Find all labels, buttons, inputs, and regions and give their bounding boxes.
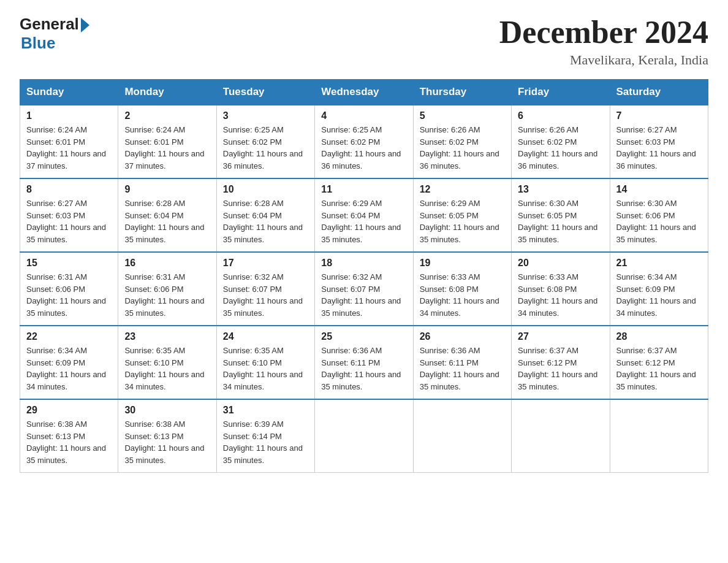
day-number: 28 xyxy=(616,331,702,342)
calendar-header-thursday: Thursday xyxy=(413,80,511,105)
calendar-header-sunday: Sunday xyxy=(20,80,118,105)
day-info: Sunrise: 6:26 AMSunset: 6:02 PMDaylight:… xyxy=(420,124,505,172)
calendar-header-monday: Monday xyxy=(118,80,216,105)
day-info: Sunrise: 6:28 AMSunset: 6:04 PMDaylight:… xyxy=(124,197,210,245)
calendar-cell: 9Sunrise: 6:28 AMSunset: 6:04 PMDaylight… xyxy=(118,178,216,252)
calendar-cell: 23Sunrise: 6:35 AMSunset: 6:10 PMDayligh… xyxy=(118,326,216,399)
calendar-cell: 17Sunrise: 6:32 AMSunset: 6:07 PMDayligh… xyxy=(216,252,314,326)
day-info: Sunrise: 6:29 AMSunset: 6:05 PMDaylight:… xyxy=(420,197,505,245)
calendar-week-row: 1Sunrise: 6:24 AMSunset: 6:01 PMDaylight… xyxy=(20,105,708,178)
day-number: 23 xyxy=(124,331,210,342)
calendar-header-wednesday: Wednesday xyxy=(315,80,413,105)
calendar-cell: 26Sunrise: 6:36 AMSunset: 6:11 PMDayligh… xyxy=(413,326,511,399)
day-info: Sunrise: 6:31 AMSunset: 6:06 PMDaylight:… xyxy=(124,271,210,319)
day-number: 1 xyxy=(26,110,112,121)
day-info: Sunrise: 6:34 AMSunset: 6:09 PMDaylight:… xyxy=(26,345,112,393)
calendar-cell xyxy=(512,399,610,473)
calendar-week-row: 22Sunrise: 6:34 AMSunset: 6:09 PMDayligh… xyxy=(20,326,708,399)
day-info: Sunrise: 6:26 AMSunset: 6:02 PMDaylight:… xyxy=(518,124,603,172)
day-info: Sunrise: 6:30 AMSunset: 6:05 PMDaylight:… xyxy=(518,197,603,245)
calendar-cell: 22Sunrise: 6:34 AMSunset: 6:09 PMDayligh… xyxy=(20,326,118,399)
calendar-cell: 5Sunrise: 6:26 AMSunset: 6:02 PMDaylight… xyxy=(413,105,511,178)
day-number: 25 xyxy=(321,331,406,342)
day-info: Sunrise: 6:36 AMSunset: 6:11 PMDaylight:… xyxy=(420,345,505,393)
calendar-cell: 2Sunrise: 6:24 AMSunset: 6:01 PMDaylight… xyxy=(118,105,216,178)
day-info: Sunrise: 6:29 AMSunset: 6:04 PMDaylight:… xyxy=(321,197,406,245)
day-number: 4 xyxy=(321,110,406,121)
day-number: 17 xyxy=(223,258,308,269)
day-info: Sunrise: 6:35 AMSunset: 6:10 PMDaylight:… xyxy=(124,345,210,393)
day-info: Sunrise: 6:33 AMSunset: 6:08 PMDaylight:… xyxy=(518,271,603,319)
calendar-cell: 16Sunrise: 6:31 AMSunset: 6:06 PMDayligh… xyxy=(118,252,216,326)
day-number: 21 xyxy=(616,258,702,269)
day-info: Sunrise: 6:32 AMSunset: 6:07 PMDaylight:… xyxy=(223,271,308,319)
page-title: December 2024 xyxy=(499,15,708,50)
calendar-cell xyxy=(315,399,413,473)
day-number: 2 xyxy=(124,110,210,121)
calendar-cell: 12Sunrise: 6:29 AMSunset: 6:05 PMDayligh… xyxy=(413,178,511,252)
calendar-cell xyxy=(610,399,708,473)
calendar-cell: 14Sunrise: 6:30 AMSunset: 6:06 PMDayligh… xyxy=(610,178,708,252)
calendar-cell xyxy=(413,399,511,473)
calendar-cell: 19Sunrise: 6:33 AMSunset: 6:08 PMDayligh… xyxy=(413,252,511,326)
day-number: 16 xyxy=(124,258,210,269)
day-number: 24 xyxy=(223,331,308,342)
calendar-cell: 8Sunrise: 6:27 AMSunset: 6:03 PMDaylight… xyxy=(20,178,118,252)
calendar-cell: 25Sunrise: 6:36 AMSunset: 6:11 PMDayligh… xyxy=(315,326,413,399)
day-number: 6 xyxy=(518,110,603,121)
calendar-cell: 30Sunrise: 6:38 AMSunset: 6:13 PMDayligh… xyxy=(118,399,216,473)
calendar-cell: 13Sunrise: 6:30 AMSunset: 6:05 PMDayligh… xyxy=(512,178,610,252)
day-number: 26 xyxy=(420,331,505,342)
calendar-cell: 15Sunrise: 6:31 AMSunset: 6:06 PMDayligh… xyxy=(20,252,118,326)
day-number: 30 xyxy=(124,405,210,416)
title-block: December 2024 Mavelikara, Kerala, India xyxy=(499,15,708,68)
day-info: Sunrise: 6:38 AMSunset: 6:13 PMDaylight:… xyxy=(124,418,210,466)
day-number: 3 xyxy=(223,110,308,121)
calendar-header-tuesday: Tuesday xyxy=(216,80,314,105)
calendar-header-row: SundayMondayTuesdayWednesdayThursdayFrid… xyxy=(20,80,708,105)
day-number: 9 xyxy=(124,184,210,195)
day-info: Sunrise: 6:27 AMSunset: 6:03 PMDaylight:… xyxy=(616,124,702,172)
day-info: Sunrise: 6:36 AMSunset: 6:11 PMDaylight:… xyxy=(321,345,406,393)
page-subtitle: Mavelikara, Kerala, India xyxy=(499,52,708,68)
calendar-table: SundayMondayTuesdayWednesdayThursdayFrid… xyxy=(20,79,708,473)
calendar-cell: 28Sunrise: 6:37 AMSunset: 6:12 PMDayligh… xyxy=(610,326,708,399)
calendar-cell: 31Sunrise: 6:39 AMSunset: 6:14 PMDayligh… xyxy=(216,399,314,473)
day-info: Sunrise: 6:27 AMSunset: 6:03 PMDaylight:… xyxy=(26,197,112,245)
logo-arrow-icon xyxy=(81,18,89,33)
day-info: Sunrise: 6:38 AMSunset: 6:13 PMDaylight:… xyxy=(26,418,112,466)
day-info: Sunrise: 6:30 AMSunset: 6:06 PMDaylight:… xyxy=(616,197,702,245)
day-number: 31 xyxy=(223,405,308,416)
calendar-cell: 24Sunrise: 6:35 AMSunset: 6:10 PMDayligh… xyxy=(216,326,314,399)
day-number: 29 xyxy=(26,405,112,416)
calendar-week-row: 29Sunrise: 6:38 AMSunset: 6:13 PMDayligh… xyxy=(20,399,708,473)
day-info: Sunrise: 6:25 AMSunset: 6:02 PMDaylight:… xyxy=(223,124,308,172)
calendar-cell: 4Sunrise: 6:25 AMSunset: 6:02 PMDaylight… xyxy=(315,105,413,178)
calendar-cell: 21Sunrise: 6:34 AMSunset: 6:09 PMDayligh… xyxy=(610,252,708,326)
day-info: Sunrise: 6:24 AMSunset: 6:01 PMDaylight:… xyxy=(26,124,112,172)
day-number: 8 xyxy=(26,184,112,195)
calendar-cell: 3Sunrise: 6:25 AMSunset: 6:02 PMDaylight… xyxy=(216,105,314,178)
calendar-cell: 7Sunrise: 6:27 AMSunset: 6:03 PMDaylight… xyxy=(610,105,708,178)
day-info: Sunrise: 6:39 AMSunset: 6:14 PMDaylight:… xyxy=(223,418,308,466)
day-number: 27 xyxy=(518,331,603,342)
page-header: General Blue December 2024 Mavelikara, K… xyxy=(20,15,708,68)
day-info: Sunrise: 6:32 AMSunset: 6:07 PMDaylight:… xyxy=(321,271,406,319)
calendar-week-row: 15Sunrise: 6:31 AMSunset: 6:06 PMDayligh… xyxy=(20,252,708,326)
day-info: Sunrise: 6:25 AMSunset: 6:02 PMDaylight:… xyxy=(321,124,406,172)
day-number: 19 xyxy=(420,258,505,269)
day-info: Sunrise: 6:33 AMSunset: 6:08 PMDaylight:… xyxy=(420,271,505,319)
calendar-cell: 1Sunrise: 6:24 AMSunset: 6:01 PMDaylight… xyxy=(20,105,118,178)
calendar-cell: 29Sunrise: 6:38 AMSunset: 6:13 PMDayligh… xyxy=(20,399,118,473)
day-number: 7 xyxy=(616,110,702,121)
day-info: Sunrise: 6:31 AMSunset: 6:06 PMDaylight:… xyxy=(26,271,112,319)
day-number: 13 xyxy=(518,184,603,195)
calendar-cell: 18Sunrise: 6:32 AMSunset: 6:07 PMDayligh… xyxy=(315,252,413,326)
day-number: 20 xyxy=(518,258,603,269)
day-info: Sunrise: 6:34 AMSunset: 6:09 PMDaylight:… xyxy=(616,271,702,319)
day-number: 5 xyxy=(420,110,505,121)
day-number: 12 xyxy=(420,184,505,195)
calendar-week-row: 8Sunrise: 6:27 AMSunset: 6:03 PMDaylight… xyxy=(20,178,708,252)
day-info: Sunrise: 6:35 AMSunset: 6:10 PMDaylight:… xyxy=(223,345,308,393)
calendar-cell: 20Sunrise: 6:33 AMSunset: 6:08 PMDayligh… xyxy=(512,252,610,326)
